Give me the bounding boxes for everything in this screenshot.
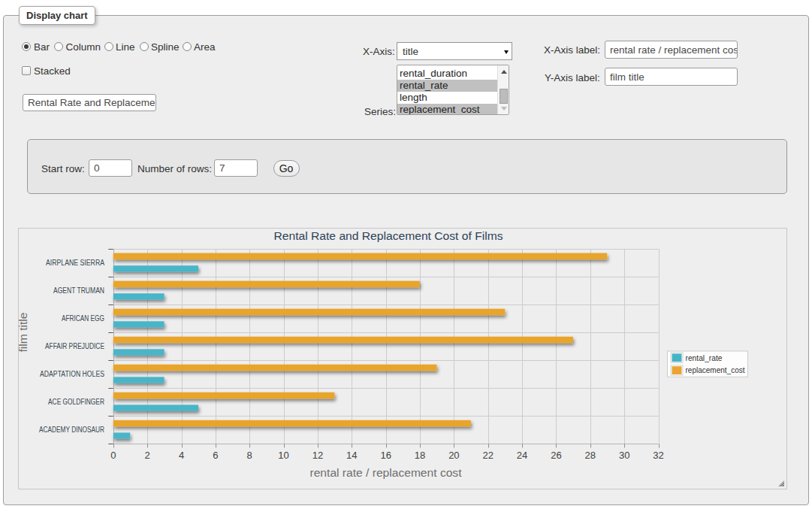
svg-text:0: 0 bbox=[110, 450, 116, 461]
svg-text:26: 26 bbox=[551, 450, 561, 461]
svg-text:2: 2 bbox=[145, 450, 150, 461]
svg-text:24: 24 bbox=[517, 450, 527, 461]
svg-text:AIRPLANE SIERRA: AIRPLANE SIERRA bbox=[46, 259, 104, 267]
svg-text:20: 20 bbox=[448, 450, 459, 461]
svg-text:AFRICAN EGG: AFRICAN EGG bbox=[62, 314, 104, 323]
svg-text:16: 16 bbox=[380, 450, 391, 461]
svg-text:14: 14 bbox=[346, 450, 357, 461]
svg-text:6: 6 bbox=[213, 450, 218, 461]
svg-text:8: 8 bbox=[247, 450, 252, 461]
svg-text:4: 4 bbox=[179, 450, 184, 461]
svg-text:AFFAIR PREJUDICE: AFFAIR PREJUDICE bbox=[45, 342, 104, 350]
svg-text:10: 10 bbox=[278, 450, 288, 461]
svg-text:ACE GOLDFINGER: ACE GOLDFINGER bbox=[48, 398, 104, 406]
svg-text:rental rate / replacement cost: rental rate / replacement cost bbox=[310, 466, 463, 479]
svg-text:AGENT TRUMAN: AGENT TRUMAN bbox=[53, 286, 104, 295]
svg-text:rental_rate: rental_rate bbox=[686, 353, 723, 362]
svg-text:replacement_cost: replacement_cost bbox=[686, 365, 746, 374]
svg-text:12: 12 bbox=[312, 450, 323, 461]
svg-text:30: 30 bbox=[619, 450, 629, 461]
svg-text:32: 32 bbox=[653, 450, 663, 461]
svg-text:ADAPTATION HOLES: ADAPTATION HOLES bbox=[40, 370, 104, 378]
svg-text:Rental Rate and Replacement Co: Rental Rate and Replacement Cost of Film… bbox=[274, 229, 503, 242]
svg-text:18: 18 bbox=[415, 450, 425, 461]
svg-text:28: 28 bbox=[585, 450, 596, 461]
svg-text:ACADEMY DINOSAUR: ACADEMY DINOSAUR bbox=[39, 426, 104, 434]
svg-text:film title: film title bbox=[17, 313, 29, 353]
svg-text:22: 22 bbox=[482, 450, 493, 461]
